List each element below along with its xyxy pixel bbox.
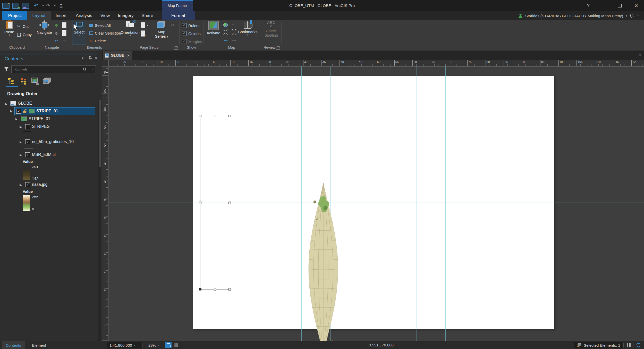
map-scale-select[interactable]: 1:41,800,000▾ [107, 342, 142, 348]
selection-handle[interactable] [199, 202, 201, 204]
minimize-button[interactable]: — [597, 0, 612, 11]
next-extent-button[interactable]: ↪ [62, 38, 66, 44]
selection-handle[interactable] [228, 202, 231, 204]
restore-button[interactable] [613, 0, 627, 11]
paste-button[interactable]: Paste▾ [3, 21, 15, 36]
select-all-button[interactable]: Select All [89, 22, 111, 28]
selection-handle[interactable] [228, 115, 231, 117]
account-name[interactable]: Staridas (STARIDAS GEOGRAPHY Making Maps… [525, 14, 623, 18]
zoom-out-extent-button[interactable]: ↖↗↙↘ [231, 29, 237, 35]
account-dropdown-icon[interactable]: ▾ [626, 14, 627, 17]
ribbon-tab-project[interactable]: Project [2, 11, 28, 20]
zoom-to-map-button[interactable] [223, 22, 228, 28]
selection-handle[interactable] [199, 288, 201, 290]
pause-drawing-button[interactable] [626, 343, 631, 348]
zoom-100-button[interactable]: 🜕 [54, 30, 59, 36]
page-setup-dialog-launcher-icon[interactable] [174, 46, 178, 50]
layer-row-ne-50m-graticules-10[interactable]: ✓ne_50m_graticules_10 [0, 138, 97, 146]
copy-button[interactable]: Copy [16, 31, 32, 38]
fixed-extent-button[interactable]: ↔ [62, 22, 66, 28]
symbol-swatch-rect[interactable] [23, 131, 31, 137]
pane-close-icon[interactable]: ✕ [95, 56, 98, 60]
full-extent-button[interactable]: ✥ [54, 22, 59, 28]
map-series-button[interactable]: Map Series ▾ [154, 21, 169, 38]
save-project-icon[interactable] [22, 2, 29, 10]
layer-visibility-checkbox[interactable] [25, 124, 30, 129]
layer-row-content[interactable]: ✓nasa.jpg [24, 181, 49, 188]
layer-row-nasa-jpg[interactable]: ✓nasa.jpg [0, 181, 97, 188]
layer-visibility-checkbox[interactable]: ✓ [16, 109, 21, 114]
show-checkbox-guides[interactable]: ✓Guides [182, 31, 201, 36]
layer-row-stripe-01[interactable]: STRIPE_01 [0, 115, 97, 123]
list-by-source-button[interactable] [18, 76, 29, 86]
refresh-view-icon[interactable] [636, 343, 641, 348]
clear-selection-button[interactable]: Clear Selection [89, 30, 121, 36]
tab-close-icon[interactable]: ✕ [127, 54, 130, 57]
checkbox-icon[interactable]: ✓ [182, 23, 187, 28]
expander-icon[interactable] [20, 126, 22, 128]
ribbon-tab-analysis[interactable]: Analysis [71, 11, 97, 20]
lock-page-button[interactable]: 🔒︎ [141, 30, 145, 37]
page-size-button[interactable]: ▾ [141, 22, 148, 28]
vertical-guide[interactable] [359, 67, 359, 341]
layer-visibility-checkbox[interactable]: ✓ [25, 139, 30, 144]
expander-icon[interactable] [5, 102, 7, 105]
layer-visibility-checkbox[interactable]: ✓ [25, 182, 30, 187]
select-button[interactable]: Select▾ [72, 21, 86, 45]
layout-page-area[interactable] [108, 67, 644, 341]
pane-tab-contents[interactable]: Contents [2, 341, 25, 349]
bookmarks-button[interactable]: Bookmarks▾ [238, 21, 258, 36]
ribbon-tab-imagery[interactable]: Imagery [113, 11, 138, 20]
selection-handle[interactable] [228, 288, 231, 290]
review-dialog-launcher-icon[interactable] [276, 46, 280, 50]
ribbon-tab-share[interactable]: Share [137, 11, 158, 20]
cut-button[interactable]: ✂ Cut [16, 23, 29, 29]
expander-icon[interactable] [20, 154, 22, 156]
navigate-button[interactable]: ▲ ▼ ◀ ▶ Navigate [37, 21, 52, 35]
pane-menu-icon[interactable]: ▾ [82, 56, 84, 60]
vertical-guide[interactable] [474, 67, 474, 341]
filter-icon[interactable] [4, 67, 9, 71]
vertical-guide[interactable] [417, 67, 417, 341]
open-project-icon[interactable]: ◥ [12, 2, 20, 10]
previous-extent-button[interactable]: ↩ [54, 38, 59, 44]
selection-handle[interactable] [214, 115, 216, 117]
ribbon-tab-view[interactable]: View [96, 11, 114, 20]
selection-handle[interactable] [199, 115, 201, 117]
layer-row-msr-50m-tif[interactable]: ✓MSR_50M.tif [0, 151, 97, 159]
page-100-button[interactable]: 1:1 [62, 30, 66, 36]
ribbon-tab-insert[interactable]: Insert [50, 11, 72, 20]
pane-pin-icon[interactable] [89, 56, 92, 61]
vertical-guide[interactable] [273, 67, 273, 341]
show-checkbox-margins[interactable]: ✓Margins [182, 39, 202, 44]
map-frame-gore[interactable] [298, 177, 349, 341]
symbol-swatch-line[interactable] [24, 148, 33, 148]
notifications-bell-icon[interactable] [630, 13, 634, 18]
layer-row-stripes[interactable]: STRIPES [0, 123, 97, 130]
selection-handle[interactable] [214, 288, 216, 290]
tab-list-dropdown-icon[interactable]: ▼ [639, 54, 641, 57]
selection-rectangle[interactable] [200, 116, 230, 290]
expander-icon[interactable] [10, 110, 13, 112]
layer-row-globe[interactable]: GLOBE [0, 99, 97, 107]
search-icon[interactable] [83, 68, 87, 71]
view-tab-globe[interactable]: GLOBE ✕ [103, 51, 132, 60]
refresh-series-button[interactable]: ⟳ [171, 22, 175, 28]
layer-row-content[interactable]: STRIPE_01 [20, 115, 52, 122]
back-extent-button[interactable]: ← [223, 37, 229, 43]
list-by-drawing-order-button[interactable] [6, 76, 17, 86]
layer-row-content[interactable]: ✓STRIPE_01 [14, 107, 95, 115]
list-by-selection-button[interactable] [30, 76, 41, 86]
layer-row-content[interactable]: ✓MSR_50M.tif [24, 151, 57, 158]
unlocked-icon[interactable] [23, 109, 27, 113]
activate-button[interactable]: Activate [206, 21, 221, 35]
cursor-coordinates[interactable]: 3.591 , 70.808 [355, 343, 407, 347]
checkbox-icon[interactable]: ✓ [182, 39, 187, 44]
checkbox-icon[interactable]: ✓ [182, 31, 187, 36]
forward-extent-button[interactable]: → [231, 37, 237, 43]
check-spelling-button[interactable]: ABC ✓ CheckSpelling [262, 21, 280, 37]
vertical-guide[interactable] [503, 67, 503, 341]
expander-icon[interactable] [15, 118, 18, 120]
scrollbar-thumb[interactable] [99, 100, 101, 167]
zoom-in-extent-button[interactable]: ↘↙↗↖ [223, 29, 228, 35]
